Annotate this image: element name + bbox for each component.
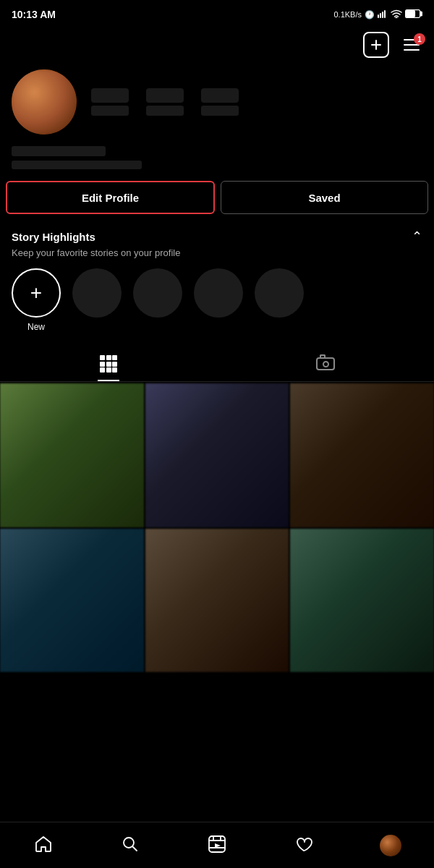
followers-count xyxy=(146,88,184,103)
nav-reels-button[interactable] xyxy=(200,828,234,863)
svg-point-4 xyxy=(396,17,397,18)
highlights-subtitle: Keep your favorite stories on your profi… xyxy=(12,247,422,258)
svg-rect-1 xyxy=(380,13,381,18)
signal-icon xyxy=(378,9,388,20)
nav-home-button[interactable] xyxy=(26,828,61,863)
tab-grid[interactable] xyxy=(0,346,217,381)
photo-cell-1[interactable] xyxy=(0,383,144,527)
photo-cell-4[interactable] xyxy=(0,529,144,673)
svg-rect-6 xyxy=(420,12,422,16)
camera-icon xyxy=(316,357,335,370)
stat-followers[interactable] xyxy=(146,88,184,116)
posts-count xyxy=(91,88,129,103)
stat-following[interactable] xyxy=(201,88,239,116)
battery-icon xyxy=(405,9,422,20)
highlight-circle[interactable] xyxy=(133,268,182,318)
profile-section xyxy=(0,64,434,181)
highlights-row: + New xyxy=(12,268,422,338)
camera-lens xyxy=(323,361,329,367)
bottom-nav xyxy=(0,822,434,868)
photo-cell-6[interactable] xyxy=(290,529,434,673)
svg-marker-17 xyxy=(215,843,221,848)
nav-search-button[interactable] xyxy=(113,828,148,863)
svg-rect-2 xyxy=(382,12,383,18)
reels-icon xyxy=(208,835,226,856)
add-content-button[interactable] xyxy=(363,32,389,58)
profile-username xyxy=(12,146,106,156)
highlights-header: Story Highlights ⌃ xyxy=(12,229,422,244)
highlights-title: Story Highlights xyxy=(12,231,95,243)
collapse-highlights-button[interactable]: ⌃ xyxy=(412,229,422,244)
highlight-new-label: New xyxy=(27,322,45,332)
following-count xyxy=(201,88,239,103)
plus-icon: + xyxy=(30,283,42,303)
content-tabs xyxy=(0,346,434,382)
highlight-item-3[interactable] xyxy=(194,268,243,318)
saved-button[interactable]: Saved xyxy=(221,181,428,214)
status-bar: 10:13 AM 0.1KB/s 🕐 xyxy=(0,0,434,26)
camera-body xyxy=(316,357,335,370)
highlight-item-4[interactable] xyxy=(255,268,304,318)
svg-rect-3 xyxy=(384,10,386,18)
profile-bio xyxy=(12,161,142,169)
top-nav: 1 xyxy=(0,26,434,64)
avatar[interactable] xyxy=(12,69,77,135)
highlight-circle[interactable] xyxy=(255,268,304,318)
photo-cell-3[interactable] xyxy=(290,383,434,527)
followers-label xyxy=(146,106,184,116)
action-buttons: Edit Profile Saved xyxy=(0,181,434,223)
profile-avatar-small xyxy=(380,835,401,856)
highlight-circle[interactable] xyxy=(194,268,243,318)
stats-row xyxy=(91,88,422,116)
highlight-item-2[interactable] xyxy=(133,268,182,318)
nav-profile-button[interactable] xyxy=(373,828,408,863)
svg-rect-7 xyxy=(407,11,415,17)
story-highlights-section: Story Highlights ⌃ Keep your favorite st… xyxy=(0,223,434,346)
search-icon xyxy=(121,835,140,856)
home-icon xyxy=(34,835,53,856)
menu-button[interactable]: 1 xyxy=(401,36,422,54)
svg-rect-0 xyxy=(378,14,379,18)
notification-badge: 1 xyxy=(414,33,425,45)
status-time: 10:13 AM xyxy=(12,9,56,20)
highlight-circle[interactable] xyxy=(72,268,122,318)
status-icons: 0.1KB/s 🕐 xyxy=(333,9,422,20)
wifi-icon xyxy=(391,9,402,20)
avatar-image xyxy=(12,69,77,135)
camera-bump xyxy=(320,354,326,358)
grid-icon xyxy=(100,355,117,373)
nav-likes-button[interactable] xyxy=(286,828,321,863)
photo-grid xyxy=(0,383,434,672)
speed-indicator: 0.1KB/s xyxy=(333,10,362,19)
add-highlight-button[interactable]: + xyxy=(12,268,61,318)
tab-tagged[interactable] xyxy=(217,346,434,381)
svg-rect-12 xyxy=(209,836,225,852)
stat-posts xyxy=(91,88,129,116)
following-label xyxy=(201,106,239,116)
highlight-new[interactable]: + New xyxy=(12,268,61,332)
heart-icon xyxy=(294,835,313,856)
photo-cell-2[interactable] xyxy=(145,383,289,527)
svg-line-11 xyxy=(133,846,137,851)
menu-line xyxy=(404,49,420,51)
edit-profile-button[interactable]: Edit Profile xyxy=(6,181,215,214)
highlight-item-1[interactable] xyxy=(72,268,122,318)
profile-name-block xyxy=(12,146,422,169)
profile-info-row xyxy=(12,69,422,135)
photo-cell-5[interactable] xyxy=(145,529,289,673)
clock-icon: 🕐 xyxy=(365,10,375,20)
posts-label xyxy=(91,106,129,116)
